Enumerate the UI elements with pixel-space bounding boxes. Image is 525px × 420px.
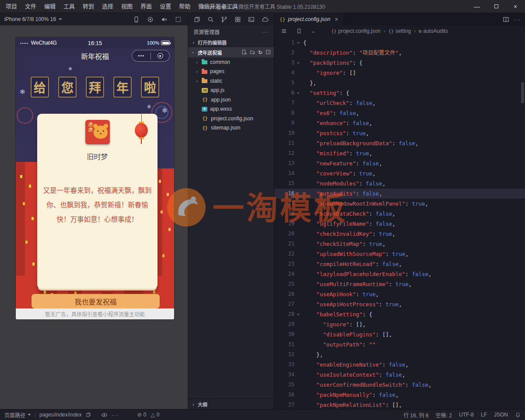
breadcrumb-item[interactable]: ⊞autoAudits xyxy=(419,28,448,34)
bookmark-icon[interactable] xyxy=(294,26,304,36)
more-menu-icon[interactable]: ••• xyxy=(132,54,150,58)
code-line[interactable]: 12 "minified": true, xyxy=(274,148,525,158)
code-line[interactable]: 13 "newFeature": false, xyxy=(274,158,525,168)
fold-chevron-icon[interactable]: › xyxy=(294,88,303,98)
tree-item-app.wxss[interactable]: #app.wxss xyxy=(188,105,274,114)
menu-item[interactable]: 文件 xyxy=(21,0,40,13)
search-icon[interactable] xyxy=(206,14,216,24)
code-line[interactable]: 23 "compileHotReLoad": false, xyxy=(274,259,525,269)
menu-item[interactable]: 工具 xyxy=(60,0,79,13)
new-folder-icon[interactable] xyxy=(250,49,255,56)
code-line[interactable]: 24 "lazyloadPlaceholderEnable": false, xyxy=(274,269,525,279)
statusbar-more-icon[interactable]: ··· xyxy=(112,412,119,418)
code-line[interactable]: 14 "coverView": true, xyxy=(274,168,525,178)
cloud-icon[interactable] xyxy=(260,14,270,24)
tree-item-pages[interactable]: ›pages xyxy=(188,67,274,77)
eol-type[interactable]: LF xyxy=(481,412,487,418)
breadcrumb-item[interactable]: {}project.config.json xyxy=(331,28,381,34)
tree-item-app.js[interactable]: JSapp.js xyxy=(188,86,274,95)
code-line[interactable]: 30 "disablePlugins": [], xyxy=(274,329,525,340)
new-file-icon[interactable] xyxy=(242,49,247,56)
mute-icon[interactable] xyxy=(159,14,169,24)
fold-chevron-icon[interactable]: › xyxy=(294,38,303,48)
open-editors-section[interactable]: › 打开的编辑器 xyxy=(188,38,274,47)
code-line[interactable]: 32 }, xyxy=(274,350,525,360)
code-line[interactable]: 11 "preloadBackgroundData": false, xyxy=(274,138,525,148)
code-line[interactable]: 35 "userConfirmedBundleSwitch": false, xyxy=(274,380,525,390)
menu-item[interactable]: 设置 xyxy=(156,0,175,13)
code-line[interactable]: 10 "postcss": true, xyxy=(274,128,525,138)
fold-chevron-icon[interactable]: › xyxy=(294,309,303,319)
scrollbar-thumb[interactable] xyxy=(521,82,524,103)
tree-item-project.config.json[interactable]: {}project.config.json xyxy=(188,114,274,123)
refresh-icon[interactable]: ↻ xyxy=(258,50,262,55)
code-line[interactable]: 26 "useApiHook": true, xyxy=(274,289,525,299)
tab-close-icon[interactable]: × xyxy=(335,16,338,23)
code-line[interactable]: 21 "checkSiteMap": true, xyxy=(274,239,525,249)
menu-item[interactable]: 编辑 xyxy=(40,0,60,13)
copy-path-icon[interactable] xyxy=(86,412,91,417)
code-line[interactable]: 16 "autoAudits": false, xyxy=(274,189,525,199)
tab-project-config-json[interactable]: {} project.config.json × xyxy=(274,13,344,25)
phone-preview[interactable]: ••••• WeChat4G 16:15 100% 新年祝福 ••• xyxy=(16,37,174,319)
console-icon[interactable] xyxy=(246,14,257,24)
tree-item-sitemap.json[interactable]: {}sitemap.json xyxy=(188,123,274,133)
editor-scrollbar[interactable] xyxy=(521,37,525,409)
menu-item[interactable]: 视图 xyxy=(117,0,136,13)
code-area[interactable]: 1›{2 "description": "项目配置文件",3› "packOpt… xyxy=(274,37,525,409)
more-actions-icon[interactable]: ··· xyxy=(512,14,522,24)
screenshot-icon[interactable] xyxy=(173,14,183,24)
git-branch-icon[interactable] xyxy=(219,14,230,24)
code-line[interactable]: 36 "packNpmManually": false, xyxy=(274,390,525,400)
code-line[interactable]: 31 "outputPath": "" xyxy=(274,340,525,350)
menu-item[interactable]: 项目 xyxy=(2,0,21,13)
close-capsule-icon[interactable] xyxy=(151,53,169,59)
menu-item[interactable]: 帮助 xyxy=(175,0,194,13)
code-line[interactable]: 25 "useMultiFrameRuntime": true, xyxy=(274,279,525,289)
code-line[interactable]: 8 "es6": false, xyxy=(274,108,525,118)
code-line[interactable]: 18 "scopeDataCheck": false, xyxy=(274,209,525,219)
device-selector[interactable]: iPhone 6/7/8 100% 16 xyxy=(4,16,62,22)
menu-item[interactable]: 转到 xyxy=(79,0,98,13)
menu-item[interactable]: 选择 xyxy=(98,0,117,13)
code-line[interactable]: 1›{ xyxy=(274,38,525,48)
compile-icon[interactable] xyxy=(192,14,203,24)
record-icon[interactable] xyxy=(145,14,155,24)
language-mode[interactable]: JSON xyxy=(494,412,508,418)
breadcrumb-item[interactable]: {}setting xyxy=(388,28,411,34)
split-editor-icon[interactable] xyxy=(500,14,511,24)
close-button[interactable]: × xyxy=(506,0,525,13)
explorer-more-icon[interactable]: ··· xyxy=(262,28,269,35)
encoding[interactable]: UTF-8 xyxy=(459,412,474,418)
code-line[interactable]: 27 "useApiHostProcess": true, xyxy=(274,299,525,309)
collapse-all-icon[interactable] xyxy=(266,49,271,56)
code-line[interactable]: 7 "urlCheck": false, xyxy=(274,98,525,108)
menu-item[interactable]: 微信开发者工具 xyxy=(194,0,242,13)
code-line[interactable]: 19 "uglifyFileName": false, xyxy=(274,219,525,229)
code-line[interactable]: 15 "nodeModules": false, xyxy=(274,178,525,189)
tree-item-app.json[interactable]: {}app.json xyxy=(188,95,274,105)
code-line[interactable]: 9 "enhance": false, xyxy=(274,118,525,128)
code-line[interactable]: 2 "description": "项目配置文件", xyxy=(274,48,525,58)
code-line[interactable]: 37 "packNpmRelationList": [], xyxy=(274,400,525,409)
page-path-dropdown[interactable]: 页面路径 xyxy=(4,411,31,419)
bell-icon[interactable] xyxy=(515,412,521,418)
eye-icon[interactable] xyxy=(101,412,108,418)
menu-item[interactable]: 界面 xyxy=(136,0,156,13)
code-line[interactable]: 22 "uploadWithSourceMap": true, xyxy=(274,249,525,259)
project-root-row[interactable]: › 虎年送祝福 ↻ xyxy=(188,47,274,57)
code-line[interactable]: 33 "enableEngineNative": false, xyxy=(274,360,525,370)
code-line[interactable]: 6› "setting": { xyxy=(274,88,525,98)
code-line[interactable]: 28› "babelSetting": { xyxy=(274,309,525,319)
outline-section[interactable]: › 大纲 xyxy=(188,399,274,409)
grid-layout-icon[interactable] xyxy=(233,14,243,24)
tree-item-static[interactable]: ›static xyxy=(188,76,274,86)
indentation[interactable]: 空格: 2 xyxy=(436,411,452,419)
code-line[interactable]: 4 "ignore": [] xyxy=(274,68,525,78)
code-line[interactable]: 29 "ignore": [], xyxy=(274,319,525,329)
outline-list-icon[interactable] xyxy=(279,26,289,36)
code-line[interactable]: 17 "showShadowRootInWxmlPanel": true, xyxy=(274,199,525,209)
code-line[interactable]: 20 "checkInvalidKey": true, xyxy=(274,229,525,239)
cursor-position[interactable]: 行 16, 列 6 xyxy=(403,411,428,419)
tree-item-common[interactable]: ›common xyxy=(188,57,274,67)
